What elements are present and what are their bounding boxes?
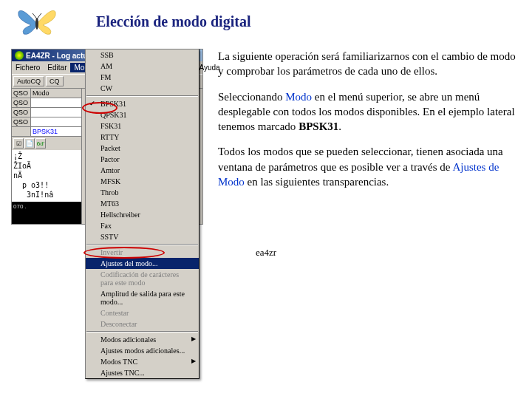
menu-item-ajustes-tnc[interactable]: Ajustes TNC...	[86, 367, 199, 378]
small-button[interactable]: 📄	[24, 138, 35, 149]
paragraph-1: La siguiente operación será familiarizar…	[218, 49, 521, 79]
cq-button[interactable]: CQ	[46, 76, 64, 86]
submenu-arrow-icon: ▶	[191, 335, 196, 342]
qso-cell[interactable]	[31, 98, 81, 107]
menu-item-fsk31[interactable]: FSK31	[86, 120, 199, 132]
highlight-modo: Modo	[285, 91, 312, 103]
qso-label: QSO	[12, 108, 31, 117]
autocq-button[interactable]: AutoCQ	[13, 76, 44, 86]
menu-item-throb[interactable]: Throb	[86, 187, 199, 198]
menu-fichero[interactable]: Fichero	[12, 63, 44, 72]
qso-label: QSO	[12, 98, 31, 107]
svg-point-0	[35, 18, 38, 30]
small-button[interactable]: ☑	[13, 138, 24, 149]
qso-header: Modo	[31, 89, 81, 98]
explanatory-text: La siguiente operación será familiarizar…	[218, 49, 521, 225]
menu-item-codificacion: Codificación de carácteres para este mod…	[86, 269, 199, 288]
page-title: Elección de modo digital	[96, 13, 250, 30]
footer-callsign: ea4zr	[0, 247, 532, 259]
butterfly-logo	[15, 3, 59, 40]
menu-item-qpsk31[interactable]: QPSK31	[86, 109, 199, 120]
qso-label	[12, 127, 31, 136]
qso-cell[interactable]	[31, 117, 81, 126]
qso-label: QSO	[12, 89, 31, 98]
menu-item-pactor[interactable]: Pactor	[86, 154, 199, 165]
submenu-arrow-icon: ▶	[191, 358, 196, 364]
menu-item-ajustes-modo[interactable]: Ajustes del modo...	[86, 258, 199, 269]
mode-dropdown-menu: SSB AM FM CW ✔BPSK31 QPSK31 FSK31 RTTY P…	[85, 49, 200, 379]
menu-ayuda[interactable]: Ayuda	[195, 63, 223, 72]
menu-item-mt63[interactable]: MT63	[86, 198, 199, 209]
menu-item-am[interactable]: AM	[86, 61, 199, 72]
check-icon: ✔	[89, 100, 95, 107]
app-icon	[15, 51, 24, 60]
menu-item-desconectar: Desconectar	[86, 318, 199, 330]
decode-text-pane: ¡Ž ŽIoÄ nÄ p o3!! 3nI!nâ	[12, 150, 81, 202]
waterfall-display: 070 .	[12, 202, 81, 224]
menu-item-sstv[interactable]: SSTV	[86, 231, 199, 242]
menu-item-rtty[interactable]: RTTY	[86, 132, 199, 143]
qso-label: QSO	[12, 117, 31, 126]
menu-item-packet[interactable]: Packet	[86, 143, 199, 154]
menu-item-fax[interactable]: Fax	[86, 220, 199, 231]
small-button[interactable]: 6d'	[35, 138, 46, 149]
menu-separator	[86, 331, 198, 332]
menu-item-modos-tnc[interactable]: Modos TNC▶	[86, 356, 199, 367]
mode-cell[interactable]: BPSK31	[31, 127, 81, 136]
menu-item-hellschreiber[interactable]: Hellschreiber	[86, 209, 199, 220]
menu-item-modos-adicionales[interactable]: Modos adicionales▶	[86, 334, 199, 345]
menu-separator	[86, 244, 198, 245]
menu-item-fm[interactable]: FM	[86, 72, 199, 83]
paragraph-2: Seleccionando Modo en el menú superior, …	[218, 89, 521, 134]
highlight-bpsk31: BPSK31	[299, 120, 338, 132]
menu-editar[interactable]: Editar	[44, 63, 70, 72]
menu-item-invertir: Invertir	[86, 247, 199, 258]
menu-item-contestar: Contestar	[86, 307, 199, 318]
menu-item-amplitud[interactable]: Amplitud de salida para este modo...	[86, 288, 199, 307]
menu-separator	[86, 95, 198, 97]
left-column: QSOModo QSO QSO QSO BPSK31 ☑ 📄 6d' ¡Ž ŽI…	[12, 89, 82, 224]
menu-item-bpsk31[interactable]: ✔BPSK31	[86, 98, 199, 109]
paragraph-3: Todos los modos que se pueden selecciona…	[218, 144, 521, 189]
menu-item-ssb[interactable]: SSB	[86, 50, 199, 61]
menu-item-cw[interactable]: CW	[86, 83, 199, 94]
menu-item-mfsk[interactable]: MFSK	[86, 176, 199, 187]
menu-item-ajustes-adicionales[interactable]: Ajustes modos adicionales...	[86, 345, 199, 356]
qso-cell[interactable]	[31, 108, 81, 117]
menu-item-amtor[interactable]: Amtor	[86, 165, 199, 176]
app-screenshot: EA4ZR - Log actual: MixW2.log - MixW Fic…	[11, 49, 203, 225]
